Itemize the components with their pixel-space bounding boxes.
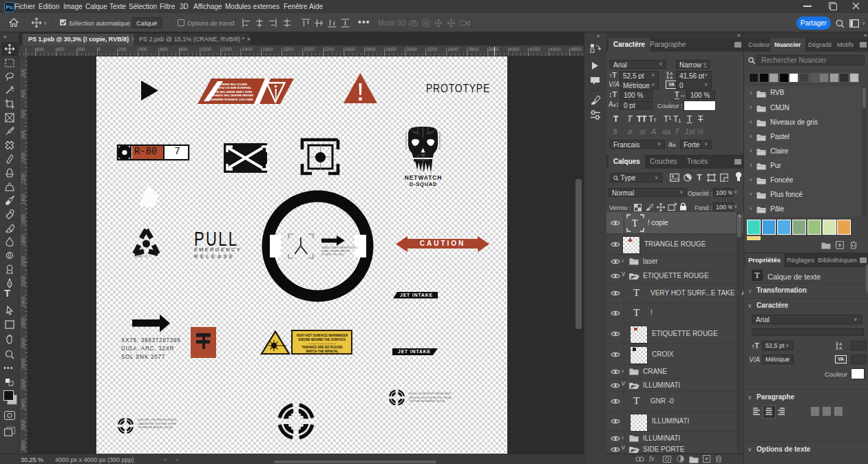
svg-text:A: A [670, 76, 673, 80]
svg-text:A: A [839, 346, 843, 350]
svg-text:T: T [632, 218, 638, 229]
